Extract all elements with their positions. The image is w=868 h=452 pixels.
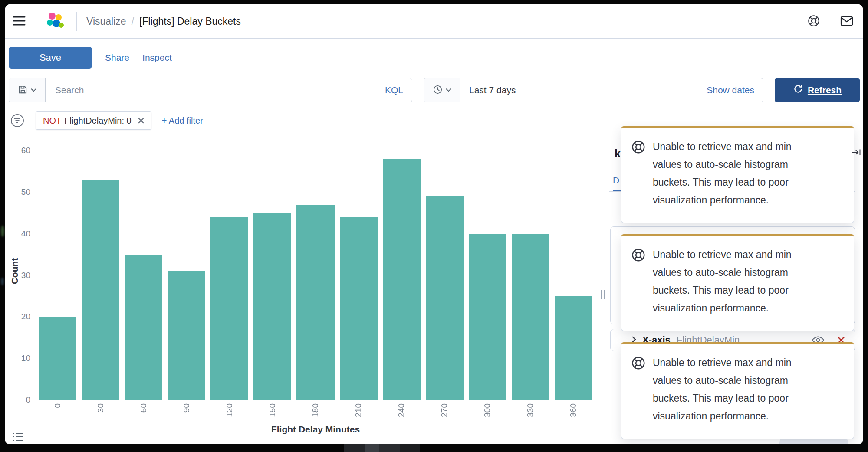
x-tick-label: 210: [354, 403, 363, 417]
time-range-value[interactable]: Last 7 days: [460, 85, 516, 95]
x-slot: 0: [39, 403, 76, 417]
toast-message: Unable to retrieve max and min values to…: [653, 138, 821, 215]
header-bar: Visualize / [Flights] Delay Buckets: [5, 4, 863, 39]
life-ring-icon: [631, 356, 646, 431]
toast-message: Unable to retrieve max and min values to…: [653, 246, 821, 323]
bar[interactable]: [555, 296, 592, 400]
filter-menu-icon[interactable]: [10, 113, 25, 128]
refresh-button[interactable]: Refresh: [775, 78, 860, 102]
x-tick-label: 0: [53, 403, 62, 408]
visualize-toolbar: Save Share Inspect: [9, 47, 172, 69]
help-icon: [807, 14, 820, 29]
kibana-logo[interactable]: [40, 12, 70, 31]
time-menu-button[interactable]: [424, 78, 460, 102]
x-slot: 330: [512, 403, 549, 417]
x-tick-label: 240: [397, 403, 406, 417]
panel-title: k: [615, 147, 621, 160]
x-tick-label: 120: [225, 403, 234, 417]
bar[interactable]: [253, 213, 291, 400]
save-button[interactable]: Save: [9, 47, 92, 69]
life-ring-icon: [631, 140, 646, 215]
y-tick-label: 0: [5, 395, 30, 405]
x-slot: 240: [383, 403, 421, 417]
bars: [39, 151, 592, 400]
search-box: KQL: [9, 78, 412, 102]
x-tick-label: 180: [311, 403, 320, 417]
help-button[interactable]: [797, 4, 830, 38]
breadcrumb-visualize[interactable]: Visualize: [86, 16, 126, 27]
y-axis: 0102030405060: [5, 151, 30, 400]
breadcrumb-separator: /: [132, 16, 134, 27]
y-tick-label: 50: [5, 187, 30, 197]
add-filter-link[interactable]: + Add filter: [162, 116, 203, 126]
app-window: Visualize / [Flights] Delay Buckets: [5, 4, 863, 444]
x-slot: 360: [555, 403, 592, 417]
y-tick-label: 60: [5, 145, 30, 156]
x-tick-label: 330: [526, 403, 535, 417]
chevron-down-icon: [446, 87, 451, 93]
x-slot: 210: [340, 403, 378, 417]
x-slot: 180: [296, 403, 334, 417]
desktop-artifact: [1, 278, 4, 285]
breadcrumb: Visualize / [Flights] Delay Buckets: [86, 16, 241, 27]
filter-bar: NOT FlightDelayMin: 0 + Add filter: [10, 111, 203, 130]
bar[interactable]: [512, 234, 549, 400]
x-slot: 30: [82, 403, 119, 417]
bar[interactable]: [168, 271, 205, 400]
newsfeed-button[interactable]: [830, 4, 863, 38]
bar[interactable]: [39, 317, 76, 400]
bar[interactable]: [82, 180, 119, 400]
y-tick-label: 30: [5, 270, 30, 281]
header-divider: [76, 12, 77, 31]
bar[interactable]: [296, 205, 334, 400]
kql-toggle[interactable]: KQL: [385, 85, 412, 95]
show-dates-link[interactable]: Show dates: [707, 85, 763, 95]
x-slot: 90: [168, 403, 205, 417]
x-slot: 60: [125, 403, 162, 417]
inspect-button[interactable]: Inspect: [142, 52, 172, 63]
x-tick-label: 270: [440, 403, 449, 417]
panel-resize-handle[interactable]: [601, 290, 605, 299]
bar[interactable]: [426, 196, 464, 400]
x-axis-title: Flight Delay Minutes: [39, 424, 592, 435]
y-tick-label: 10: [5, 353, 30, 364]
x-slot: 150: [253, 403, 291, 417]
y-tick-label: 40: [5, 229, 30, 239]
breadcrumb-current: [Flights] Delay Buckets: [139, 16, 241, 27]
filter-pill[interactable]: NOT FlightDelayMin: 0: [36, 111, 151, 130]
x-axis: 0306090120150180210240270300330360: [39, 403, 592, 417]
share-button[interactable]: Share: [105, 52, 129, 63]
bar[interactable]: [340, 217, 378, 400]
filter-negate-label: NOT: [43, 116, 61, 126]
desktop-artifact: [1, 226, 4, 237]
bar[interactable]: [469, 234, 506, 400]
legend-toggle-button[interactable]: [12, 432, 23, 443]
y-tick-label: 20: [5, 311, 30, 322]
legend-list-icon: [12, 432, 23, 443]
saved-query-menu-button[interactable]: [9, 78, 46, 102]
menu-button[interactable]: [5, 4, 33, 38]
toast-notification: Unable to retrieve max and min values to…: [621, 342, 854, 439]
date-picker: Last 7 days Show dates: [424, 78, 763, 102]
x-tick-label: 90: [182, 403, 191, 413]
save-query-icon: [18, 85, 28, 96]
search-input[interactable]: [46, 78, 385, 102]
arrow-right-icon: [852, 148, 861, 157]
toast-notification: Unable to retrieve max and min values to…: [621, 234, 854, 331]
x-tick-label: 30: [96, 403, 105, 413]
remove-filter-icon[interactable]: [138, 118, 144, 124]
clock-icon: [433, 85, 443, 96]
collapse-panel-button[interactable]: [852, 148, 861, 157]
chart-panel: Count 0102030405060 03060901201501802102…: [5, 134, 595, 444]
chevron-down-icon: [31, 87, 36, 93]
x-tick-label: 150: [268, 403, 277, 417]
x-slot: 300: [469, 403, 506, 417]
bar[interactable]: [383, 159, 421, 400]
x-tick-label: 300: [483, 403, 492, 417]
toast-message: Unable to retrieve max and min values to…: [653, 354, 821, 431]
mail-icon: [840, 14, 854, 29]
tab-data[interactable]: D: [613, 175, 622, 191]
bar[interactable]: [210, 217, 248, 400]
bar[interactable]: [125, 255, 162, 400]
toast-stack: Unable to retrieve max and min values to…: [621, 126, 854, 444]
